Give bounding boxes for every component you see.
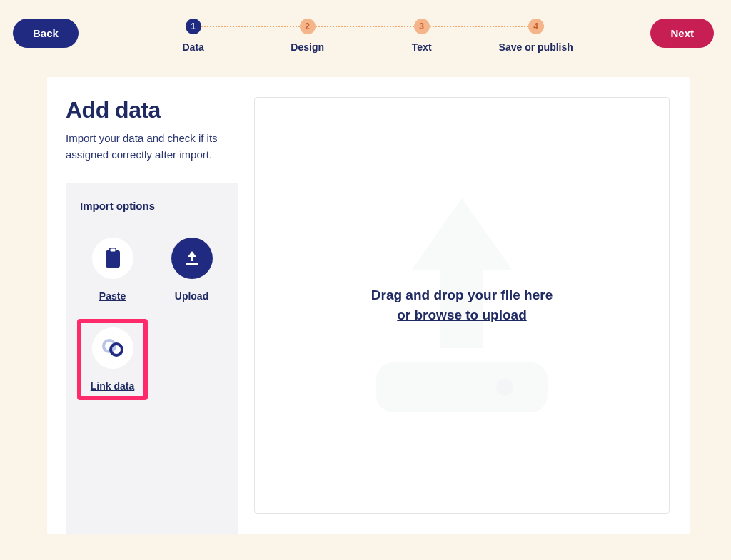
svg-point-7 (496, 379, 513, 396)
step-text[interactable]: 3 Text (365, 19, 479, 53)
option-upload[interactable]: Upload (156, 229, 227, 310)
step-design[interactable]: 2 Design (251, 19, 365, 53)
dropzone-text: Drag and drop your file here or browse t… (371, 285, 553, 326)
step-data[interactable]: 1 Data (136, 19, 251, 53)
option-label: Upload (175, 290, 208, 302)
svg-rect-6 (376, 362, 548, 412)
clipboard-icon (104, 248, 122, 269)
option-label: Link data (91, 380, 134, 392)
step-save[interactable]: 4 Save or publish (479, 19, 593, 53)
page-title: Add data (66, 97, 238, 123)
option-label: Paste (99, 290, 126, 302)
page-subtitle: Import your data and check if its assign… (66, 131, 238, 163)
dropzone-line1: Drag and drop your file here (371, 285, 553, 306)
svg-rect-0 (106, 250, 120, 268)
link-icon-circle (92, 327, 133, 369)
step-number: 3 (414, 19, 430, 34)
step-label: Text (412, 41, 432, 53)
file-dropzone[interactable]: Drag and drop your file here or browse t… (254, 97, 670, 514)
svg-rect-3 (186, 263, 198, 265)
svg-rect-2 (110, 249, 115, 252)
step-label: Save or publish (499, 41, 573, 53)
option-link-data[interactable]: Link data (77, 319, 148, 400)
next-button[interactable]: Next (650, 19, 714, 48)
main-panel: Add data Import your data and check if i… (47, 77, 690, 534)
import-options-title: Import options (80, 200, 227, 212)
back-button[interactable]: Back (13, 19, 79, 48)
import-options-box: Import options Paste (66, 183, 238, 534)
step-number: 1 (186, 19, 201, 34)
link-icon (101, 339, 125, 357)
upload-icon-circle (171, 238, 213, 279)
stepper: 1 Data 2 Design 3 Text 4 Save or publish (96, 19, 634, 53)
step-number: 2 (300, 19, 316, 34)
step-label: Data (182, 41, 203, 53)
paste-icon-circle (92, 238, 133, 279)
step-number: 4 (528, 19, 544, 34)
dropzone-container: Drag and drop your file here or browse t… (238, 77, 690, 534)
option-paste[interactable]: Paste (77, 229, 148, 310)
dropzone-browse-link[interactable]: or browse to upload (371, 305, 553, 326)
step-label: Design (291, 41, 324, 53)
upload-icon (182, 248, 202, 268)
left-column: Add data Import your data and check if i… (47, 77, 238, 534)
